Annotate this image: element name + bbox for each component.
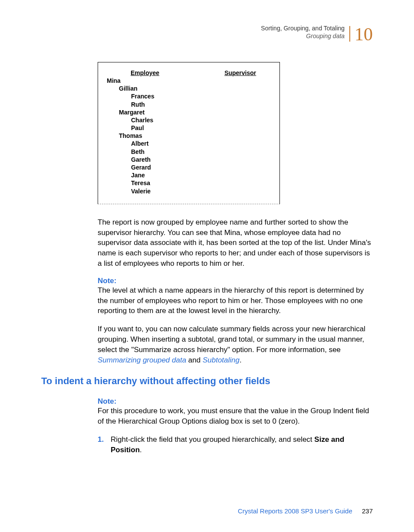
page-number: 237: [362, 507, 373, 515]
step-number: 1.: [98, 434, 106, 455]
hierarchy-row: Ruth: [131, 101, 271, 108]
report-preview-box: Employee Supervisor Mina Gillian Frances…: [98, 62, 280, 204]
body-paragraph: The report is now grouped by employee na…: [98, 217, 373, 269]
text-segment: .: [140, 446, 142, 454]
hierarchy-row: Mina: [107, 77, 271, 85]
col-header-employee: Employee: [131, 69, 159, 77]
text-segment: Right-click the field that you grouped h…: [111, 435, 314, 444]
hierarchy-row: Beth: [131, 148, 271, 156]
hierarchy-row: Margaret: [119, 108, 271, 116]
body-paragraph: If you want to, you can now calculate su…: [98, 324, 373, 365]
text-segment: and: [186, 356, 203, 364]
note-label: Note:: [98, 397, 373, 406]
hierarchy-row: Albert: [131, 140, 271, 147]
breadcrumb-line1: Sorting, Grouping, and Totaling: [261, 25, 345, 32]
hierarchy-row: Jane: [131, 171, 271, 179]
text-segment: If you want to, you can now calculate su…: [98, 325, 365, 354]
hierarchy-row: Charles: [131, 116, 271, 124]
hierarchy-row: Thomas: [119, 132, 271, 140]
link-subtotaling[interactable]: Subtotaling: [203, 356, 240, 364]
footer-title: Crystal Reports 2008 SP3 User's Guide: [238, 507, 352, 515]
hierarchy-row: Frances: [131, 92, 271, 100]
body-paragraph: For this procedure to work, you must ens…: [98, 406, 373, 427]
hierarchy-row: Teresa: [131, 179, 271, 187]
hierarchy-row: Valerie: [131, 187, 271, 195]
section-heading: To indent a hierarchy without affecting …: [41, 375, 373, 387]
hierarchy-row: Gareth: [131, 156, 271, 163]
header-divider: [349, 26, 350, 42]
link-summarizing[interactable]: Summarizing grouped data: [98, 356, 186, 364]
hierarchy-row: Paul: [131, 124, 271, 132]
note-label: Note:: [98, 277, 373, 285]
hierarchy-row: Gillian: [119, 85, 271, 92]
hierarchy-row: Gerard: [131, 163, 271, 171]
step-text: Right-click the field that you grouped h…: [111, 434, 373, 455]
breadcrumb-line2: Grouping data: [306, 33, 345, 39]
numbered-list: 1. Right-click the field that you groupe…: [98, 434, 373, 455]
page-footer: Crystal Reports 2008 SP3 User's Guide 23…: [238, 507, 373, 515]
col-header-supervisor: Supervisor: [224, 69, 256, 77]
chapter-number: 10: [355, 26, 373, 43]
list-item: 1. Right-click the field that you groupe…: [98, 434, 373, 455]
page-header: Sorting, Grouping, and Totaling Grouping…: [41, 24, 373, 40]
body-paragraph: The level at which a name appears in the…: [98, 285, 373, 316]
text-segment: .: [240, 356, 242, 364]
